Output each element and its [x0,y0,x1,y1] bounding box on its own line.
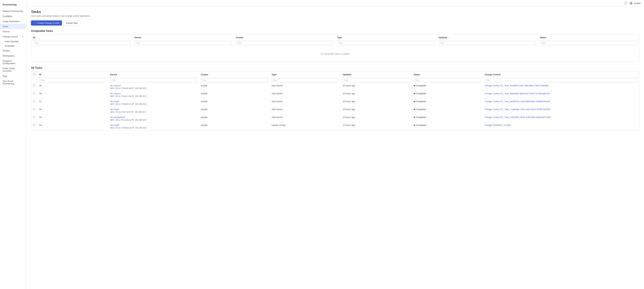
cell-type: Add Device [270,107,341,115]
sidebar-item-image-repository[interactable]: Image Repository [0,19,26,24]
sidebar-item-change-control[interactable]: Change Control ▲ [0,34,26,39]
filter-creator[interactable] [236,41,333,45]
filter-updated[interactable] [343,78,410,82]
sidebar-item-label: Public Cloud Accounts [3,67,24,72]
sidebar-item-workspaces[interactable]: Workspaces [0,53,26,58]
assignable-tasks-title: Assignable Tasks [31,30,640,32]
avatar [629,1,633,5]
sidebar: Provisioning Network Provisioning Config… [0,0,26,289]
change-control-link[interactable]: Change Control CC_Task_fb6e4e62-b033-4cf… [484,92,550,95]
cell-status: Completed [412,115,483,122]
filter-updated[interactable] [438,41,536,45]
col-type: Type [335,34,436,40]
cell-id: 55 [37,115,108,122]
cell-type: Add Device [270,99,341,107]
table-row: 56 dc1-leaf1 MAC: 00:1c:73:57:10:f4 IP: … [31,107,639,115]
device-link[interactable]: dc1-spine2 [110,84,121,87]
cell-updated: 10 hours ago [341,99,412,107]
device-mac: MAC: 00:1c:73:56:00:16 IP: 192.168.20.5 [110,127,197,129]
cell-id: 54 [37,122,108,130]
page-content: Tasks View tasks and assign tasks to new… [26,6,644,289]
create-change-control-button[interactable]: + + Create Change Control [31,20,62,26]
filter-device[interactable] [110,78,197,82]
cell-creator: ansible [199,99,270,107]
filter-type[interactable] [272,78,339,82]
col-updated[interactable]: Updated ↓ [436,34,538,40]
col-id: ID [37,72,108,78]
device-link[interactable]: dc1-leaf1 [110,108,119,110]
cell-creator: ansible [199,91,270,99]
sort-icon: ↓ [448,36,450,39]
filter-status[interactable] [540,41,637,45]
table-row: 54 dc1-leaf2 MAC: 00:1c:73:56:00:16 IP: … [31,122,639,130]
user-menu[interactable]: ansible [629,1,641,5]
sidebar-item-templates[interactable]: Templates [0,44,26,48]
help-icon[interactable]: ? [624,2,627,5]
sidebar-item-network-provisioning[interactable]: Network Provisioning [0,8,26,14]
row-checkbox[interactable] [33,100,35,102]
cell-type: Add Device [270,115,341,122]
change-control-link[interactable]: Change Control CC_Task_16818552-d67a-41f… [484,116,550,118]
username-label: ansible [634,2,641,4]
col-checkbox [31,72,37,78]
assignable-tasks-empty-row: No assignable tasks to display [31,46,639,62]
row-checkbox[interactable] [33,108,35,110]
col-status: Status [412,72,483,78]
sidebar-item-label: Workspaces [3,54,14,57]
col-status: Status [538,34,639,40]
cell-id: 58 [37,91,108,99]
sidebar-item-public-cloud-accounts[interactable]: Public Cloud Accounts [0,66,26,74]
chevron-up-icon: ▲ [22,36,24,38]
device-link[interactable]: dc1-borderleaf1 [110,116,125,118]
filter-status[interactable] [414,78,481,82]
all-tasks-header-row: ID Device Creator Type Updated Status Ch… [31,72,639,78]
filter-change-control[interactable] [484,78,637,82]
filter-id[interactable] [33,41,130,45]
status-dot [414,117,415,118]
row-checkbox[interactable] [33,92,35,94]
cancel-task-button[interactable]: Cancel Task [64,20,80,26]
top-bar: ? ansible [26,0,644,6]
cell-device: dc1-leaf2 MAC: 00:1c:73:56:00:16 IP: 192… [108,99,199,107]
sidebar-item-tags[interactable]: Tags [0,74,26,78]
filter-device[interactable] [134,41,232,45]
all-tasks-filter-row [31,78,639,83]
select-all-checkbox[interactable] [33,73,35,75]
sidebar-brand: Provisioning [0,2,26,8]
row-checkbox[interactable] [33,84,35,86]
device-link[interactable]: dc1-leaf2 [110,124,119,126]
assignable-tasks-header-row: ID Device Creator Type Updated ↓ Status [31,34,639,40]
sidebar-item-snapshot-configuration[interactable]: Snapshot Configuration [0,58,26,66]
sidebar-item-configlets[interactable]: Configlets [0,14,26,19]
row-checkbox[interactable] [33,124,35,126]
sidebar-item-studios[interactable]: Studios [0,48,26,53]
all-tasks-table: ID Device Creator Type Updated Status Ch… [31,71,640,130]
filter-type[interactable] [337,41,434,45]
cell-id: 57 [37,99,108,107]
sidebar-item-zero-touch-provisioning[interactable]: Zero Touch Provisioning [0,78,26,86]
col-device: Device [132,34,234,40]
change-control-link[interactable]: Change Control CC_Task_b6435741-11bf-438… [484,100,550,103]
cell-creator: ansible [199,107,270,115]
sidebar-item-label: Configlets [3,15,12,18]
change-control-link[interactable]: Change 20240822_211359 [484,124,510,126]
cell-updated: 10 hours ago [341,83,412,91]
row-checkbox[interactable] [33,116,35,118]
empty-message: No assignable tasks to display [31,46,639,62]
sidebar-item-action-bundles[interactable]: Action Bundles [0,39,26,44]
cell-status: Completed [412,122,483,130]
cell-updated: 12 hours ago [341,122,412,130]
cell-updated: 10 hours ago [341,91,412,99]
cell-type: Update Config [270,122,341,130]
change-control-link[interactable]: Change Control CC_Task_ffca8816-1567-46f… [484,84,548,87]
sidebar-item-tasks[interactable]: Tasks [0,24,26,29]
filter-creator[interactable] [201,78,268,82]
cell-change-control: Change Control CC_Task_16818552-d67a-41f… [482,115,639,122]
filter-id[interactable] [39,78,106,82]
device-link[interactable]: dc1-leaf2 [110,100,119,103]
cell-creator: ansible [199,115,270,122]
device-link[interactable]: dc1-spine1 [110,92,121,95]
sidebar-item-actions[interactable]: Actions [0,29,26,34]
change-control-link[interactable]: Change Control CC_Task_71a0c5be-376a-420… [484,108,550,110]
cell-status: Completed [412,91,483,99]
